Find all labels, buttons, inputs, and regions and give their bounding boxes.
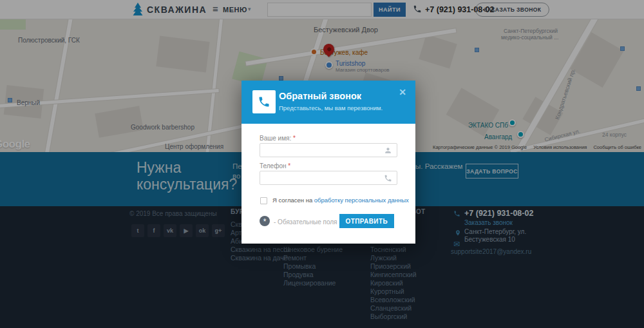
close-icon[interactable]: ✕ [399,88,406,97]
modal-phone-icon-box [252,90,276,113]
phone-input[interactable] [260,171,397,185]
page: СКВАЖИНА ≡ МЕНЮ ▾ НАЙТИ +7 (921) 931-08-… [0,0,644,328]
callback-modal: Обратный звонок Представьтесь, мы вам пе… [242,81,415,244]
consent-checkbox[interactable] [260,197,267,204]
required-fields-note: - Обязательные поля [274,218,337,226]
phone-icon [258,95,270,108]
phone-field-label: Телефон * [260,162,290,169]
required-asterisk-icon: * [260,216,270,226]
consent-label: Я согласен на обработку персональных дан… [272,197,409,204]
phone-icon [384,174,392,182]
name-input[interactable] [260,143,397,157]
modal-header: Обратный звонок Представьтесь, мы вам пе… [242,81,415,124]
personal-data-link[interactable]: обработку персональных данных [314,197,409,204]
person-icon [384,146,392,155]
submit-button[interactable]: ОТПРАВИТЬ [339,214,394,228]
name-field-label: Ваше имя: * [260,135,296,142]
modal-title: Обратный звонок [279,91,361,101]
modal-subtitle: Представьтесь, мы вам перезвоним. [279,104,383,111]
